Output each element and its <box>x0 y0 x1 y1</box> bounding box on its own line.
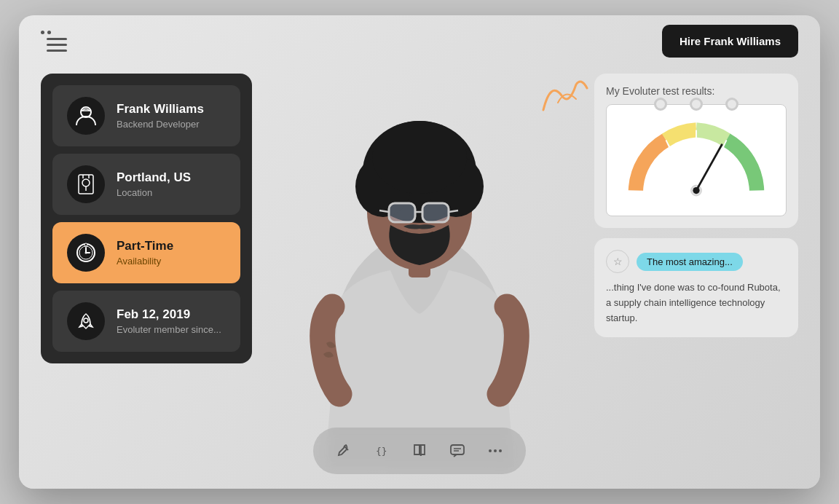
left-panel: Frank Williams Backend Developer Portlan… <box>41 74 252 363</box>
svg-point-3 <box>82 179 90 186</box>
notebook-rings <box>642 98 750 111</box>
menu-icon[interactable] <box>41 31 67 52</box>
tools-button[interactable] <box>328 435 360 467</box>
availability-type: Part-Time <box>117 239 173 253</box>
gauge-card: My Evoluter test results: <box>594 74 798 228</box>
bottom-toolbar: {} <box>313 428 526 474</box>
svg-point-12 <box>84 243 87 246</box>
location-label: Location <box>117 187 191 198</box>
profile-icon <box>67 97 105 135</box>
menu-line-3 <box>47 50 67 52</box>
svg-point-34 <box>499 449 502 452</box>
availability-info: Part-Time Availability <box>117 239 173 267</box>
profile-card[interactable]: Frank Williams Backend Developer <box>52 85 240 146</box>
svg-point-13 <box>84 318 88 323</box>
center-person <box>274 15 565 467</box>
svg-rect-22 <box>422 203 449 222</box>
svg-rect-2 <box>79 175 93 194</box>
quote-tag: The most amazing... <box>637 253 743 271</box>
location-icon <box>67 165 105 203</box>
person-illustration <box>281 44 558 467</box>
quote-header: ☆ The most amazing... <box>606 250 787 273</box>
star-icon: ☆ <box>606 250 629 273</box>
ring-1 <box>654 98 667 111</box>
chat-button[interactable] <box>441 435 473 467</box>
book-button[interactable] <box>403 435 436 467</box>
member-since-icon <box>67 302 105 340</box>
profile-name: Frank Williams <box>117 102 204 117</box>
notebook <box>606 104 787 216</box>
svg-line-39 <box>696 145 722 191</box>
quote-card: ☆ The most amazing... ...thing I've done… <box>594 238 798 337</box>
ring-3 <box>725 98 738 111</box>
quote-text: ...thing I've done was to co-found Rubot… <box>606 280 787 326</box>
svg-text:{}: {} <box>376 446 387 457</box>
svg-rect-21 <box>389 203 415 222</box>
member-since-card[interactable]: Feb 12, 2019 Evoluter member since... <box>52 291 240 352</box>
location-card[interactable]: Portland, US Location <box>52 154 240 215</box>
availability-label: Availability <box>117 256 173 267</box>
svg-point-32 <box>489 449 492 452</box>
gauge-label: My Evoluter test results: <box>606 85 787 97</box>
svg-point-11 <box>85 252 87 254</box>
svg-point-40 <box>693 187 699 194</box>
app-container: Hire Frank Williams Frank Williams Backe… <box>19 15 820 489</box>
location-city: Portland, US <box>117 170 191 185</box>
right-panel: My Evoluter test results: <box>594 74 798 337</box>
svg-point-33 <box>494 449 497 452</box>
more-button[interactable] <box>479 435 511 467</box>
svg-point-20 <box>372 121 467 194</box>
menu-line-2 <box>47 44 67 46</box>
member-since-date: Feb 12, 2019 <box>117 307 221 322</box>
top-bar: Hire Frank Williams <box>19 15 820 66</box>
availability-icon <box>67 234 105 272</box>
profile-info: Frank Williams Backend Developer <box>117 102 204 130</box>
member-since-info: Feb 12, 2019 Evoluter member since... <box>117 307 221 335</box>
menu-line-1 <box>47 38 67 40</box>
profile-role: Backend Developer <box>117 119 204 130</box>
gauge-svg <box>615 117 777 204</box>
availability-card[interactable]: Part-Time Availability <box>52 222 240 283</box>
location-info: Portland, US Location <box>117 170 191 198</box>
member-since-label: Evoluter member since... <box>117 324 221 335</box>
ring-2 <box>690 98 703 111</box>
code-button[interactable]: {} <box>366 435 398 467</box>
logo-area <box>41 31 67 52</box>
svg-rect-29 <box>451 445 464 454</box>
scribble-decoration <box>536 74 594 117</box>
dot-2 <box>47 31 51 34</box>
hire-button[interactable]: Hire Frank Williams <box>662 25 798 58</box>
dot-1 <box>41 31 44 34</box>
